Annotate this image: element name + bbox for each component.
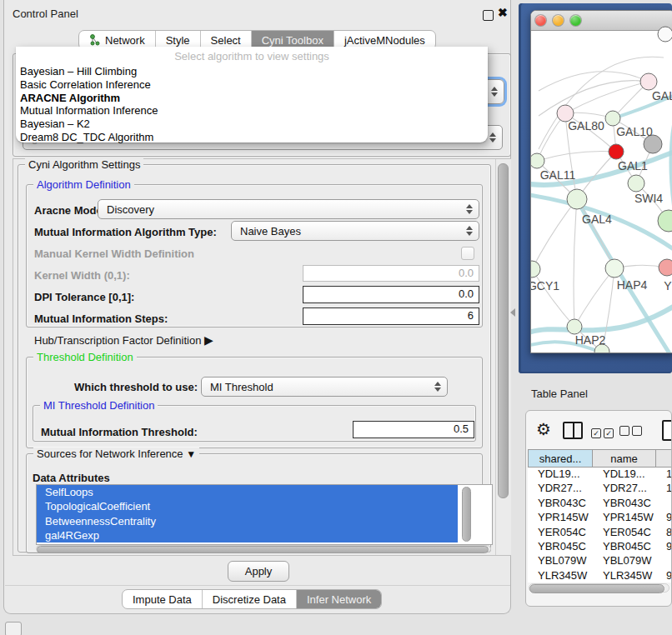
expanded-arrow-icon[interactable]: ▼ [186,448,196,460]
tab-discretize-data-label: Discretize Data [213,593,286,606]
algorithm-option[interactable]: ARACNE Algorithm [16,92,488,105]
table-row[interactable]: YER054CYER054C8. [528,526,672,540]
network-tab-icon [89,34,101,46]
table-row[interactable]: YBR045CYBR045C9. [528,540,672,554]
network-node[interactable] [605,111,620,126]
attributes-hscrollbar-thumb[interactable] [37,546,489,553]
close-icon[interactable]: ✖ [498,6,508,19]
docked-panel-icon[interactable] [5,622,22,635]
manual-kernel-checkbox[interactable] [461,247,474,260]
network-node[interactable] [658,210,672,232]
which-threshold-combobox[interactable]: MI Threshold [201,377,448,397]
mi-type-combobox[interactable]: Naive Bayes [231,221,479,241]
network-edge[interactable] [539,72,649,91]
table-cell: YBR045C [528,540,593,554]
network-node[interactable] [609,144,624,159]
table-cell: 13 [656,468,672,482]
network-canvas[interactable]: GALGAL80GAL10GAL1GAL11SWI4GAL4GCY1HAP4YH… [531,11,672,352]
panel-splitter-handle[interactable] [510,308,515,317]
export-table-icon[interactable] [662,420,672,441]
float-panel-icon[interactable] [483,10,494,21]
table-row[interactable]: YDR27...YDR27...12 [528,482,672,496]
footer-divider [5,585,510,586]
column-header-name[interactable]: name [593,449,656,468]
data-attribute-item[interactable]: TopologicalCoefficient [37,499,458,513]
algorithm-option[interactable]: Mutual Information Inference [16,104,488,118]
aracne-mode-combobox[interactable]: Discovery [98,199,479,219]
combo-stepper-icon [491,87,498,97]
network-edge[interactable] [532,199,577,269]
data-attribute-item[interactable]: SelfLoops [37,485,458,499]
table-panel: ⚙ ✓✓ shared... name YDL19...YDL19...13YD… [525,410,672,607]
network-node[interactable] [658,27,672,42]
manual-kernel-label: Manual Kernel Width Definition [34,248,194,260]
table-hscrollbar-track[interactable] [529,583,669,592]
deselect-all-columns-icon[interactable] [619,424,644,439]
tab-cyni-toolbox-label: Cyni Toolbox [262,34,323,47]
sources-group-title: Sources for Network Inference [37,448,183,460]
mi-type-value: Naive Bayes [240,225,301,238]
network-node[interactable] [628,175,644,192]
mi-steps-field[interactable]: 6 [303,308,479,325]
column-header-partial[interactable] [656,449,672,468]
data-attribute-item[interactable]: gal4RGexp [37,528,458,542]
combo-stepper-icon [466,204,473,214]
network-node[interactable] [531,261,540,278]
network-node[interactable] [567,189,587,209]
network-edge[interactable] [532,269,574,327]
network-edge[interactable] [537,151,616,161]
table-cell: 8. [656,526,672,540]
tab-impute-data[interactable]: Impute Data [123,590,203,608]
network-edge[interactable] [565,82,649,113]
mi-threshold-field[interactable]: 0.5 [353,421,474,438]
tab-network-label: Network [105,34,145,47]
network-node[interactable] [640,73,657,90]
network-edge[interactable] [574,199,577,327]
tab-infer-network[interactable]: Infer Network [297,590,381,608]
network-node-label: GAL1 [618,159,648,172]
network-node-label: HAP4 [617,278,648,292]
table-cell [656,554,672,568]
apply-button[interactable]: Apply [228,561,289,582]
attributes-hscrollbar-track[interactable] [36,545,491,552]
table-row[interactable]: YLR345WYLR345W9. [528,569,672,582]
network-desktop: GALGAL80GAL10GAL1GAL11SWI4GAL4GCY1HAP4YH… [519,3,672,373]
kernel-width-label: Kernel Width (0,1): [34,269,130,282]
tab-discretize-data[interactable]: Discretize Data [203,590,297,608]
tab-infer-network-label: Infer Network [307,593,371,606]
combo-stepper-icon [466,226,473,236]
table-row[interactable]: YDL19...YDL19...13 [528,468,672,482]
select-all-columns-icon[interactable]: ✓✓ [591,424,616,439]
column-header-shared-name[interactable]: shared... [528,449,593,468]
hub-definition-toggle[interactable]: Hub/Transcription Factor Definition ▶ [34,333,213,347]
network-node[interactable] [531,153,544,168]
attributes-scrollbar-thumb[interactable] [462,487,471,542]
algorithm-option[interactable]: Dream8 DC_TDC Algorithm [16,131,488,144]
network-node[interactable] [605,259,624,278]
dpi-tolerance-label: DPI Tolerance [0,1]: [34,291,134,303]
aracne-mode-label: Aracne Mode: [34,204,106,217]
settings-scrollbar-thumb[interactable] [498,163,509,498]
table-row[interactable]: YPR145WYPR145W9. [528,511,672,525]
aracne-mode-value: Discovery [107,203,154,216]
algorithm-option[interactable]: Bayesian – Hill Climbing [16,65,488,78]
tab-select-label: Select [211,34,241,47]
table-cell: YDR27... [593,482,656,496]
network-node-label: GCY1 [531,279,559,292]
algorithm-option[interactable]: Bayesian – K2 [16,118,488,131]
data-attribute-item[interactable]: BetweennessCentrality [37,514,458,528]
gear-icon[interactable]: ⚙ [536,421,551,438]
network-node[interactable] [659,259,672,276]
network-view-window[interactable]: GALGAL80GAL10GAL1GAL11SWI4GAL4GCY1HAP4YH… [530,10,672,353]
network-node-label: Y [664,279,672,292]
table-hscrollbar-thumb[interactable] [529,584,664,593]
mi-steps-label: Mutual Information Steps: [34,312,168,325]
split-columns-icon[interactable] [563,422,583,439]
network-node[interactable] [567,319,582,334]
kernel-width-field[interactable]: 0.0 [303,265,479,282]
table-row[interactable]: YBR043CYBR043C [528,497,672,511]
dpi-tolerance-field[interactable]: 0.0 [303,286,479,303]
algorithm-option[interactable]: Basic Correlation Inference [16,78,488,92]
table-row[interactable]: YBL079WYBL079W [528,554,672,568]
table-cell: 9. [656,511,672,525]
